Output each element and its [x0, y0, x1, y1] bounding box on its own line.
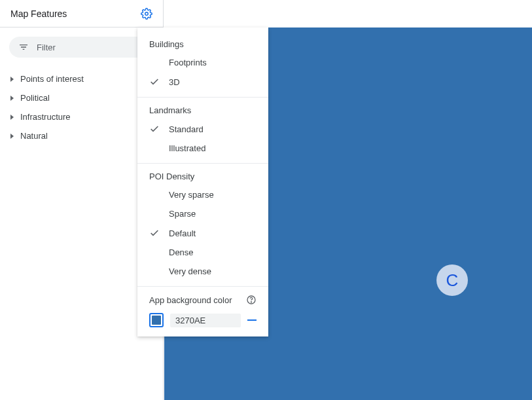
sidebar-title: Map Features	[10, 9, 67, 19]
option-default[interactable]: Default	[137, 223, 268, 243]
divider	[137, 286, 268, 287]
option-label: Illustrated	[169, 143, 205, 153]
remove-color-button[interactable]	[247, 319, 257, 321]
check-slot	[149, 228, 169, 238]
gear-icon[interactable]	[141, 8, 152, 20]
option-dense[interactable]: Dense	[137, 243, 268, 262]
group-label: Buildings	[137, 37, 268, 53]
filter-icon	[18, 42, 29, 52]
bg-color-row: 3270AE	[137, 309, 268, 327]
option-label: Footprints	[169, 58, 207, 67]
sidebar-item-label: Infrastructure	[20, 112, 71, 122]
settings-group-buildings: Buildings Footprints 3D	[137, 37, 268, 92]
color-value[interactable]: 3270AE	[170, 314, 241, 327]
chevron-right-icon	[10, 115, 14, 120]
check-slot	[149, 77, 169, 87]
color-swatch-inner	[152, 316, 161, 325]
option-very-sparse[interactable]: Very sparse	[137, 185, 268, 204]
check-icon	[149, 124, 160, 134]
chevron-right-icon	[10, 96, 14, 101]
check-icon	[149, 77, 160, 87]
compass-letter: C	[446, 270, 459, 291]
option-label: Dense	[169, 247, 194, 257]
option-label: Default	[169, 228, 196, 238]
group-label: POI Density	[137, 169, 268, 185]
color-swatch[interactable]	[149, 313, 164, 327]
option-label: Sparse	[169, 209, 196, 219]
chevron-right-icon	[10, 134, 14, 139]
bg-color-label: App background color	[149, 295, 232, 305]
sidebar-item-label: Points of interest	[20, 74, 84, 84]
sidebar-item-label: Political	[20, 93, 50, 103]
option-very-dense[interactable]: Very dense	[137, 262, 268, 281]
check-icon	[149, 228, 160, 238]
option-illustrated[interactable]: Illustrated	[137, 139, 268, 158]
group-label: Landmarks	[137, 103, 268, 119]
option-label: Very sparse	[169, 190, 214, 200]
check-slot	[149, 124, 169, 134]
option-standard[interactable]: Standard	[137, 119, 268, 139]
filter-placeholder: Filter	[37, 43, 56, 52]
settings-group-landmarks: Landmarks Standard Illustrated	[137, 103, 268, 158]
chevron-right-icon	[10, 77, 14, 82]
compass-badge[interactable]: C	[436, 264, 468, 296]
settings-popover: Buildings Footprints 3D Landmarks Standa…	[137, 27, 268, 336]
settings-group-poi-density: POI Density Very sparse Sparse Default D…	[137, 169, 268, 281]
divider	[137, 97, 268, 98]
option-3d[interactable]: 3D	[137, 72, 268, 92]
option-sparse[interactable]: Sparse	[137, 204, 268, 223]
divider	[137, 163, 268, 164]
option-label: Very dense	[169, 266, 211, 276]
top-bar	[164, 0, 532, 27]
option-label: 3D	[169, 77, 180, 87]
svg-point-0	[145, 12, 149, 15]
option-label: Standard	[169, 124, 204, 134]
filter-input[interactable]: Filter	[9, 37, 154, 58]
sidebar-header: Map Features	[0, 0, 163, 27]
svg-point-2	[251, 302, 251, 302]
option-footprints[interactable]: Footprints	[137, 53, 268, 72]
sidebar-item-label: Natural	[20, 131, 48, 141]
bg-color-label-row: App background color	[137, 292, 268, 309]
help-icon[interactable]	[246, 295, 257, 305]
